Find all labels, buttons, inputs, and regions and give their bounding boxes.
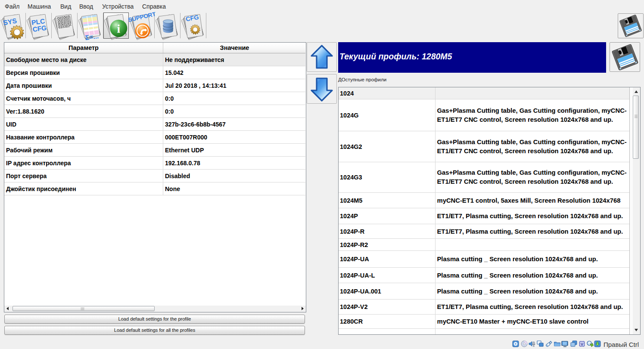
svg-text:V: V [581,342,583,346]
svg-text:i: i [117,22,121,35]
svg-text:Σ=...: Σ=... [85,32,99,41]
